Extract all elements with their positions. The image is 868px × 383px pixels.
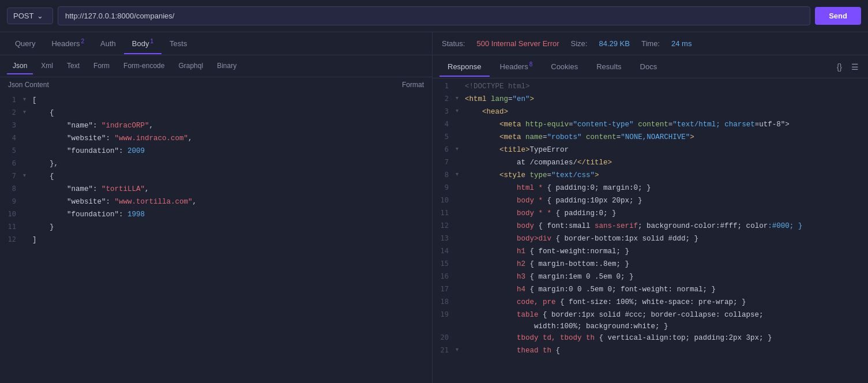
resp-line: 20 tbody td, tbody th { vertical-align:t… <box>433 332 868 345</box>
resp-line: 8 ▾ <style type="text/css"> <box>433 170 868 182</box>
resp-line: 19 table { border:1px solid #ccc; border… <box>433 309 868 332</box>
right-tab-response[interactable]: Response <box>439 58 490 77</box>
code-line: 2 ▾ { <box>0 107 432 120</box>
url-input[interactable] <box>58 6 810 25</box>
response-area[interactable]: 1 <!DOCTYPE html> 2 ▾ <html lang="en"> 3… <box>433 78 868 383</box>
code-line: 8 "name": "tortiLLA", <box>0 183 432 196</box>
resp-line: 11 body * * { padding:0; } <box>433 208 868 220</box>
resp-line: 15 h2 { margin-bottom:.8em; } <box>433 258 868 271</box>
send-button[interactable]: Send <box>815 7 861 25</box>
braces-icon[interactable]: {} <box>835 60 844 74</box>
status-value: 500 Internal Server Error <box>476 39 559 48</box>
size-label: Size: <box>571 39 588 48</box>
top-bar: POST ⌄ Send <box>0 0 868 32</box>
sub-tab-json[interactable]: Json <box>7 58 33 74</box>
sub-tab-form-encode[interactable]: Form-encode <box>118 58 170 74</box>
code-line: 3 "name": "indracORP", <box>0 120 432 133</box>
left-panel: Query Headers2 Auth Body1 Tests Json Xml… <box>0 32 433 383</box>
code-line: 1 ▾ [ <box>0 95 432 107</box>
time-label: Time: <box>641 39 660 48</box>
code-line: 6 }, <box>0 158 432 171</box>
right-tab-headers[interactable]: Headers8 <box>492 57 541 77</box>
status-label: Status: <box>442 39 465 48</box>
resp-line: 1 <!DOCTYPE html> <box>433 81 868 93</box>
resp-line: 3 ▾ <head> <box>433 106 868 119</box>
format-button[interactable]: Format <box>402 81 424 89</box>
time-value: 24 ms <box>671 39 692 48</box>
json-content-title: Json Content <box>8 81 49 89</box>
resp-line: 12 body { font:small sans-serif; backgro… <box>433 220 868 233</box>
resp-line: 6 ▾ <title>TypeError <box>433 144 868 157</box>
sub-tab-binary[interactable]: Binary <box>211 58 242 74</box>
resp-line: 18 code, pre { font-size: 100%; white-sp… <box>433 296 868 309</box>
size-value: 84.29 KB <box>599 39 630 48</box>
code-line: 9 "website": "www.tortilla.com", <box>0 196 432 209</box>
code-line: 7 ▾ { <box>0 171 432 183</box>
json-code-area[interactable]: 1 ▾ [ 2 ▾ { 3 "name": "indracORP", 4 <box>0 92 432 383</box>
resp-line: 16 h3 { margin:1em 0 .5em 0; } <box>433 271 868 284</box>
resp-line: 4 <meta http-equiv="content-type" conten… <box>433 119 868 132</box>
method-selector[interactable]: POST ⌄ <box>7 7 53 24</box>
code-line: 12 ] <box>0 234 432 247</box>
status-bar: Status: 500 Internal Server Error Size: … <box>433 32 868 55</box>
tab-tests[interactable]: Tests <box>161 35 195 54</box>
menu-icon[interactable]: ☰ <box>849 60 861 74</box>
sub-tab-form[interactable]: Form <box>88 58 115 74</box>
resp-line: 2 ▾ <html lang="en"> <box>433 93 868 106</box>
method-chevron-icon: ⌄ <box>37 12 43 20</box>
resp-line: 10 body * { padding:10px 20px; } <box>433 195 868 208</box>
code-line: 5 "foundation": 2009 <box>0 145 432 158</box>
left-tabs: Query Headers2 Auth Body1 Tests <box>0 32 432 55</box>
body-sub-tabs: Json Xml Text Form Form-encode Graphql B… <box>0 55 432 77</box>
tab-auth[interactable]: Auth <box>92 35 124 54</box>
sub-tab-xml[interactable]: Xml <box>35 58 59 74</box>
code-line: 4 "website": "www.indraco.com", <box>0 133 432 145</box>
right-tabs: Response Headers8 Cookies Results Docs {… <box>433 55 868 78</box>
right-tab-cookies[interactable]: Cookies <box>543 58 586 77</box>
main-layout: Query Headers2 Auth Body1 Tests Json Xml… <box>0 32 868 383</box>
tab-headers[interactable]: Headers2 <box>43 33 92 54</box>
resp-line: 21 ▾ thead th { <box>433 345 868 358</box>
resp-line: 13 body>div { border-bottom:1px solid #d… <box>433 233 868 246</box>
method-value: POST <box>13 12 33 20</box>
resp-line: 17 h4 { margin:0 0 .5em 0; font-weight: … <box>433 284 868 296</box>
tab-query[interactable]: Query <box>7 35 43 54</box>
code-line: 10 "foundation": 1998 <box>0 209 432 221</box>
sub-tab-graphql[interactable]: Graphql <box>172 58 209 74</box>
json-content-header: Json Content Format <box>0 77 432 92</box>
resp-line: 9 html * { padding:0; margin:0; } <box>433 182 868 195</box>
code-line: 11 } <box>0 221 432 234</box>
right-tab-icons: {} ☰ <box>835 60 861 74</box>
right-tab-results[interactable]: Results <box>588 58 629 77</box>
right-tab-docs[interactable]: Docs <box>632 58 666 77</box>
tab-body[interactable]: Body1 <box>124 33 161 54</box>
right-panel: Status: 500 Internal Server Error Size: … <box>433 32 868 383</box>
sub-tab-text[interactable]: Text <box>61 58 85 74</box>
resp-line: 14 h1 { font-weight:normal; } <box>433 246 868 258</box>
resp-line: 7 at /companies/</title> <box>433 157 868 170</box>
resp-line: 5 <meta name="robots" content="NONE,NOAR… <box>433 132 868 144</box>
